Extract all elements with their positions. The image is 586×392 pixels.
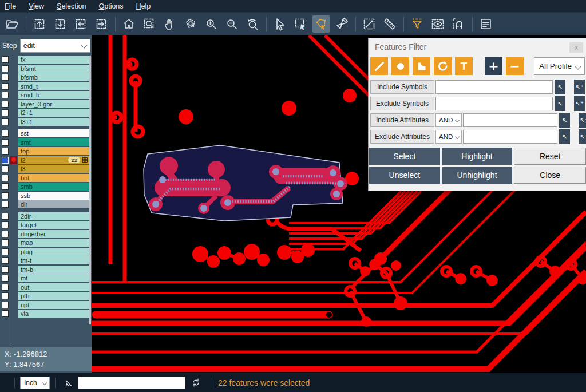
open-file-icon[interactable] — [3, 15, 21, 33]
layer-checkbox[interactable] — [2, 248, 9, 255]
layer-checkbox[interactable] — [2, 213, 9, 220]
layer-checkbox[interactable] — [2, 175, 9, 181]
refresh-icon[interactable] — [191, 378, 201, 387]
pan-left-icon[interactable] — [72, 15, 89, 33]
layer-checkbox[interactable] — [2, 92, 9, 98]
arc-type-icon[interactable] — [434, 57, 452, 75]
layer-checkbox[interactable] — [2, 275, 9, 282]
layer-checkbox[interactable] — [2, 302, 9, 308]
unselect-button[interactable]: Unselect — [369, 167, 440, 184]
unit-select[interactable]: Inch — [20, 377, 50, 389]
layer-row-pth[interactable]: pth — [0, 292, 89, 300]
layer-row-dirgerber[interactable]: dirgerber — [0, 230, 89, 238]
layer-row-smd_b[interactable]: smd_b — [0, 91, 89, 99]
step-select[interactable]: edit — [20, 39, 90, 53]
layer-checkbox-checked[interactable] — [2, 157, 9, 164]
exclude-symbols-button[interactable]: Exclude Symbols — [370, 97, 434, 110]
layer-row-smb[interactable]: smb — [0, 183, 89, 191]
zoom-previous-icon[interactable] — [244, 15, 261, 33]
pick-attribute-icon[interactable]: ↖ — [559, 129, 570, 144]
layer-row-map[interactable]: map — [0, 239, 89, 247]
include-attributes-button[interactable]: Include Attributes — [370, 113, 434, 127]
layer-checkbox[interactable] — [2, 239, 9, 246]
snap-magnet-icon[interactable] — [450, 15, 467, 33]
layer-checkbox[interactable] — [2, 101, 9, 108]
layer-checkbox[interactable] — [2, 148, 9, 155]
pick-symbol-add-icon[interactable]: ↖⁺ — [574, 80, 585, 94]
layer-row-mt[interactable]: mt — [0, 274, 89, 282]
surface-type-icon[interactable] — [413, 57, 430, 75]
layer-list-scrollbar[interactable] — [89, 56, 91, 324]
menu-view[interactable]: View — [29, 2, 44, 10]
layer-checkbox[interactable] — [2, 192, 9, 199]
layer-row-l2plus1[interactable]: l2+1 — [0, 109, 89, 117]
layer-row-l2-active[interactable]: l2 22 — [0, 156, 89, 164]
exclude-attributes-button[interactable]: Exclude Attributes — [370, 130, 434, 144]
layer-checkbox[interactable] — [2, 266, 9, 273]
layer-checkbox[interactable] — [2, 310, 9, 317]
layer-checkbox[interactable] — [2, 139, 9, 146]
pick-attribute-icon[interactable]: ↖ — [559, 113, 570, 128]
add-filter-icon[interactable]: + — [485, 57, 502, 75]
notes-panel-icon[interactable] — [477, 15, 494, 33]
select-button[interactable]: Select — [369, 148, 440, 165]
pick-symbol-icon[interactable]: ↖ — [555, 80, 565, 94]
layer-row-via[interactable]: via — [0, 310, 89, 318]
clear-brush-icon[interactable] — [333, 15, 350, 33]
ruler-icon[interactable] — [381, 15, 398, 33]
layer-checkbox[interactable] — [2, 183, 9, 190]
menu-file[interactable]: File — [5, 2, 16, 10]
layer-row-bot[interactable]: bot — [0, 174, 89, 182]
layer-row-out[interactable]: out — [0, 283, 89, 291]
pick-symbol-icon[interactable]: ↖ — [555, 96, 565, 111]
reset-button[interactable]: Reset — [514, 148, 586, 165]
line-type-icon[interactable] — [370, 57, 388, 75]
layer-row-l3[interactable]: l3 — [0, 165, 89, 173]
select-polygon-icon[interactable] — [312, 15, 330, 33]
layer-row-layer_3[interactable]: layer_3.gbr — [0, 100, 89, 108]
menu-selection[interactable]: Selection — [57, 2, 86, 10]
layer-checkbox[interactable] — [2, 231, 9, 237]
pick-symbol-add-icon[interactable]: ↖⁺ — [574, 96, 585, 111]
layer-row-l3plus1[interactable]: l3+1 — [0, 118, 89, 126]
layer-checkbox[interactable] — [2, 74, 9, 81]
zoom-in-icon[interactable] — [203, 15, 220, 33]
home-view-icon[interactable] — [120, 15, 137, 33]
pan-hand-icon[interactable] — [161, 15, 179, 33]
layer-checkbox[interactable] — [2, 65, 9, 72]
layer-checkbox[interactable] — [2, 56, 9, 63]
pick-attribute-add-icon[interactable]: ↖⁺ — [579, 113, 586, 128]
layer-row-smt[interactable]: smt — [0, 138, 89, 146]
layer-row-sst[interactable]: sst — [0, 129, 89, 137]
layer-checkbox[interactable] — [2, 118, 9, 125]
layer-row-top[interactable]: top — [0, 147, 89, 155]
layer-row-dir[interactable]: dir — [0, 200, 89, 208]
pad-type-icon[interactable] — [391, 57, 409, 75]
layer-checkbox[interactable] — [2, 83, 9, 90]
menu-options[interactable]: Options — [98, 2, 123, 10]
zoom-window-icon[interactable] — [141, 15, 158, 33]
exclude-attributes-input[interactable] — [463, 130, 557, 144]
layer-checkbox[interactable] — [2, 257, 9, 264]
command-input[interactable] — [78, 377, 185, 389]
layer-row-ssb[interactable]: ssb — [0, 192, 89, 200]
layer-checkbox[interactable] — [2, 130, 9, 137]
zoom-polygon-icon[interactable] — [182, 15, 199, 33]
angle-measure-icon[interactable] — [64, 378, 74, 388]
layer-row-tm-b[interactable]: tm-b — [0, 266, 89, 274]
layer-row-bfsmb[interactable]: bfsmb — [0, 73, 89, 81]
profile-select[interactable]: All Profile — [534, 57, 585, 75]
remove-filter-icon[interactable]: − — [506, 57, 524, 75]
pick-attribute-add-icon[interactable]: ↖⁺ — [579, 129, 586, 144]
layer-row-smd_t[interactable]: smd_t — [0, 82, 89, 90]
measure-line-icon[interactable] — [361, 15, 378, 33]
include-symbols-button[interactable]: Include Symbols — [370, 80, 434, 94]
menu-help[interactable]: Help — [136, 2, 151, 10]
layer-row-bfsmt[interactable]: bfsmt — [0, 65, 89, 73]
layer-row-2dir[interactable]: 2dir-- — [0, 212, 89, 220]
layer-checkbox[interactable] — [2, 109, 9, 116]
layer-row-tm-t[interactable]: tm-t — [0, 256, 89, 264]
include-attributes-and-select[interactable]: AND — [435, 113, 462, 127]
features-filter-icon[interactable] — [409, 15, 426, 33]
unhighlight-button[interactable]: Unhighlight — [442, 167, 513, 184]
